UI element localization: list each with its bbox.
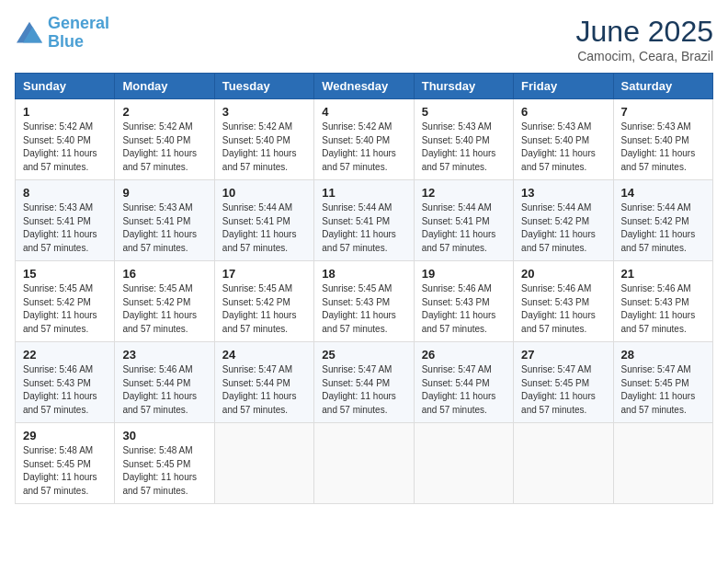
calendar-cell: 8Sunrise: 5:43 AMSunset: 5:41 PMDaylight…: [16, 180, 115, 261]
day-info: Sunrise: 5:46 AMSunset: 5:43 PMDaylight:…: [23, 363, 107, 417]
day-number: 22: [23, 348, 107, 362]
calendar-cell: 27Sunrise: 5:47 AMSunset: 5:45 PMDayligh…: [514, 342, 613, 423]
calendar-cell: [314, 423, 414, 504]
day-info: Sunrise: 5:47 AMSunset: 5:45 PMDaylight:…: [621, 363, 705, 417]
calendar-cell: 16Sunrise: 5:45 AMSunset: 5:42 PMDayligh…: [115, 261, 214, 342]
calendar-week-row: 29Sunrise: 5:48 AMSunset: 5:45 PMDayligh…: [16, 423, 713, 504]
day-info: Sunrise: 5:47 AMSunset: 5:44 PMDaylight:…: [322, 363, 405, 417]
day-info: Sunrise: 5:46 AMSunset: 5:43 PMDaylight:…: [521, 282, 605, 336]
weekday-header-saturday: Saturday: [613, 74, 712, 99]
day-info: Sunrise: 5:48 AMSunset: 5:45 PMDaylight:…: [23, 444, 107, 498]
day-number: 21: [621, 267, 705, 281]
calendar-week-row: 22Sunrise: 5:46 AMSunset: 5:43 PMDayligh…: [16, 342, 713, 423]
logo-line1: General: [48, 14, 109, 32]
calendar-cell: 11Sunrise: 5:44 AMSunset: 5:41 PMDayligh…: [314, 180, 414, 261]
day-info: Sunrise: 5:47 AMSunset: 5:44 PMDaylight:…: [222, 363, 306, 417]
day-info: Sunrise: 5:42 AMSunset: 5:40 PMDaylight:…: [122, 121, 206, 174]
calendar-week-row: 8Sunrise: 5:43 AMSunset: 5:41 PMDaylight…: [16, 180, 713, 261]
calendar-cell: 17Sunrise: 5:45 AMSunset: 5:42 PMDayligh…: [214, 261, 313, 342]
weekday-header-row: SundayMondayTuesdayWednesdayThursdayFrid…: [16, 74, 713, 99]
calendar-cell: 12Sunrise: 5:44 AMSunset: 5:41 PMDayligh…: [414, 180, 513, 261]
day-number: 1: [23, 105, 107, 119]
logo-icon: [15, 20, 44, 46]
day-info: Sunrise: 5:45 AMSunset: 5:42 PMDaylight:…: [122, 282, 206, 336]
day-number: 7: [621, 105, 705, 119]
day-number: 4: [322, 105, 405, 119]
day-number: 19: [422, 267, 506, 281]
calendar-cell: 18Sunrise: 5:45 AMSunset: 5:43 PMDayligh…: [314, 261, 414, 342]
calendar-cell: 24Sunrise: 5:47 AMSunset: 5:44 PMDayligh…: [214, 342, 313, 423]
day-info: Sunrise: 5:46 AMSunset: 5:43 PMDaylight:…: [621, 282, 705, 336]
day-info: Sunrise: 5:46 AMSunset: 5:44 PMDaylight:…: [122, 363, 206, 417]
day-info: Sunrise: 5:47 AMSunset: 5:44 PMDaylight:…: [422, 363, 506, 417]
day-info: Sunrise: 5:44 AMSunset: 5:41 PMDaylight:…: [422, 201, 506, 255]
calendar-cell: 4Sunrise: 5:42 AMSunset: 5:40 PMDaylight…: [314, 99, 414, 180]
day-info: Sunrise: 5:44 AMSunset: 5:42 PMDaylight:…: [521, 201, 605, 255]
day-info: Sunrise: 5:44 AMSunset: 5:41 PMDaylight:…: [322, 201, 405, 255]
day-number: 23: [122, 348, 206, 362]
calendar-cell: 28Sunrise: 5:47 AMSunset: 5:45 PMDayligh…: [613, 342, 712, 423]
calendar-week-row: 15Sunrise: 5:45 AMSunset: 5:42 PMDayligh…: [16, 261, 713, 342]
calendar-cell: [214, 423, 313, 504]
calendar-cell: 30Sunrise: 5:48 AMSunset: 5:45 PMDayligh…: [115, 423, 214, 504]
title-block: June 2025 Camocim, Ceara, Brazil: [576, 15, 713, 63]
day-number: 6: [521, 105, 605, 119]
logo: General Blue: [15, 15, 109, 52]
calendar-cell: 19Sunrise: 5:46 AMSunset: 5:43 PMDayligh…: [414, 261, 513, 342]
calendar-cell: 20Sunrise: 5:46 AMSunset: 5:43 PMDayligh…: [514, 261, 613, 342]
calendar-cell: 14Sunrise: 5:44 AMSunset: 5:42 PMDayligh…: [613, 180, 712, 261]
day-info: Sunrise: 5:45 AMSunset: 5:42 PMDaylight:…: [222, 282, 306, 336]
day-info: Sunrise: 5:45 AMSunset: 5:43 PMDaylight:…: [322, 282, 405, 336]
weekday-header-monday: Monday: [115, 74, 214, 99]
day-number: 10: [222, 186, 306, 200]
calendar-cell: 6Sunrise: 5:43 AMSunset: 5:40 PMDaylight…: [514, 99, 613, 180]
day-number: 5: [422, 105, 506, 119]
day-number: 29: [23, 429, 107, 442]
day-info: Sunrise: 5:43 AMSunset: 5:41 PMDaylight:…: [23, 201, 107, 255]
logo-text: General Blue: [48, 15, 109, 52]
page-header: General Blue June 2025 Camocim, Ceara, B…: [15, 15, 713, 63]
day-number: 3: [222, 105, 306, 119]
calendar-cell: 5Sunrise: 5:43 AMSunset: 5:40 PMDaylight…: [414, 99, 513, 180]
calendar-cell: 10Sunrise: 5:44 AMSunset: 5:41 PMDayligh…: [214, 180, 313, 261]
calendar-cell: 15Sunrise: 5:45 AMSunset: 5:42 PMDayligh…: [16, 261, 115, 342]
calendar-cell: 2Sunrise: 5:42 AMSunset: 5:40 PMDaylight…: [115, 99, 214, 180]
day-number: 24: [222, 348, 306, 362]
day-number: 27: [521, 348, 605, 362]
day-number: 30: [122, 429, 206, 442]
day-number: 2: [122, 105, 206, 119]
calendar-cell: 29Sunrise: 5:48 AMSunset: 5:45 PMDayligh…: [16, 423, 115, 504]
weekday-header-friday: Friday: [514, 74, 613, 99]
calendar-cell: 13Sunrise: 5:44 AMSunset: 5:42 PMDayligh…: [514, 180, 613, 261]
calendar-cell: 7Sunrise: 5:43 AMSunset: 5:40 PMDaylight…: [613, 99, 712, 180]
calendar-cell: 25Sunrise: 5:47 AMSunset: 5:44 PMDayligh…: [314, 342, 414, 423]
day-info: Sunrise: 5:43 AMSunset: 5:40 PMDaylight:…: [521, 121, 605, 174]
month-year: June 2025: [576, 15, 713, 49]
day-info: Sunrise: 5:47 AMSunset: 5:45 PMDaylight:…: [521, 363, 605, 417]
calendar-cell: [514, 423, 613, 504]
day-number: 14: [621, 186, 705, 200]
calendar-cell: 23Sunrise: 5:46 AMSunset: 5:44 PMDayligh…: [115, 342, 214, 423]
day-number: 17: [222, 267, 306, 281]
day-info: Sunrise: 5:44 AMSunset: 5:41 PMDaylight:…: [222, 201, 306, 255]
day-number: 11: [322, 186, 405, 200]
day-number: 18: [322, 267, 405, 281]
day-info: Sunrise: 5:42 AMSunset: 5:40 PMDaylight:…: [322, 121, 405, 174]
calendar-cell: 9Sunrise: 5:43 AMSunset: 5:41 PMDaylight…: [115, 180, 214, 261]
calendar-cell: 22Sunrise: 5:46 AMSunset: 5:43 PMDayligh…: [16, 342, 115, 423]
day-info: Sunrise: 5:43 AMSunset: 5:40 PMDaylight:…: [621, 121, 705, 174]
day-info: Sunrise: 5:46 AMSunset: 5:43 PMDaylight:…: [422, 282, 506, 336]
calendar-cell: 26Sunrise: 5:47 AMSunset: 5:44 PMDayligh…: [414, 342, 513, 423]
day-number: 13: [521, 186, 605, 200]
day-info: Sunrise: 5:44 AMSunset: 5:42 PMDaylight:…: [621, 201, 705, 255]
weekday-header-sunday: Sunday: [16, 74, 115, 99]
day-number: 20: [521, 267, 605, 281]
day-info: Sunrise: 5:43 AMSunset: 5:41 PMDaylight:…: [122, 201, 206, 255]
day-number: 16: [122, 267, 206, 281]
day-info: Sunrise: 5:42 AMSunset: 5:40 PMDaylight:…: [222, 121, 306, 174]
day-number: 28: [621, 348, 705, 362]
day-number: 8: [23, 186, 107, 200]
calendar-cell: [613, 423, 712, 504]
day-number: 25: [322, 348, 405, 362]
calendar-table: SundayMondayTuesdayWednesdayThursdayFrid…: [15, 73, 713, 504]
